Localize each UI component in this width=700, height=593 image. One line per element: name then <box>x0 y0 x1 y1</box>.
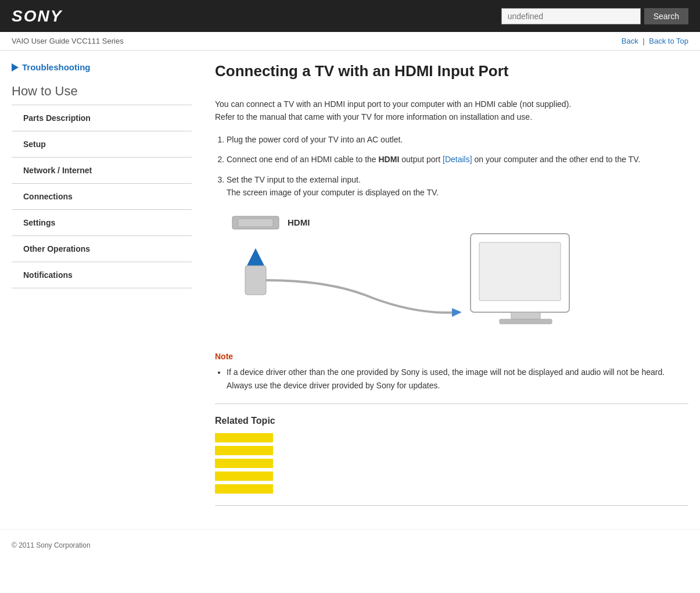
sidebar: Troubleshooting How to Use Parts Descrip… <box>12 62 192 517</box>
svg-rect-1 <box>238 219 273 227</box>
divider-1 <box>215 403 688 404</box>
troubleshooting-link[interactable]: Troubleshooting <box>12 62 192 72</box>
svg-rect-7 <box>479 242 561 301</box>
svg-rect-8 <box>511 312 540 319</box>
sidebar-item-notifications[interactable]: Notifications <box>12 262 192 288</box>
note-section: Note If a device driver other than the o… <box>215 352 688 392</box>
nav-links: Back | Back to Top <box>622 37 688 45</box>
sidebar-item-settings[interactable]: Settings <box>12 210 192 236</box>
footer: © 2011 Sony Corporation <box>0 529 700 561</box>
related-topic-title: Related Topic <box>215 416 688 426</box>
related-link-2[interactable] <box>215 446 273 455</box>
svg-marker-3 <box>247 248 264 266</box>
sidebar-item-other-operations[interactable]: Other Operations <box>12 236 192 262</box>
svg-text:HDMI: HDMI <box>288 217 310 227</box>
related-link-1[interactable] <box>215 433 273 442</box>
back-link[interactable]: Back <box>622 37 638 45</box>
hdmi-bold: HDMI <box>379 155 400 164</box>
hdmi-diagram-svg: HDMI <box>215 210 575 333</box>
copyright-text: © 2011 Sony Corporation <box>12 541 91 549</box>
search-input[interactable] <box>501 8 641 24</box>
back-to-top-link[interactable]: Back to Top <box>649 37 688 45</box>
step-2: Connect one end of an HDMI cable to the … <box>227 153 688 166</box>
intro-text: You can connect a TV with an HDMI input … <box>215 98 688 124</box>
sidebar-item-connections[interactable]: Connections <box>12 184 192 210</box>
search-area: Search <box>501 8 688 24</box>
sidebar-item-network-internet[interactable]: Network / Internet <box>12 158 192 184</box>
details-link[interactable]: [Details] <box>443 155 472 164</box>
divider-2 <box>215 505 688 506</box>
related-link-5[interactable] <box>215 484 273 494</box>
arrow-icon <box>12 63 19 72</box>
related-link-3[interactable] <box>215 459 273 468</box>
search-button[interactable]: Search <box>644 8 688 24</box>
main-content: Connecting a TV with an HDMI Input Port … <box>203 62 688 517</box>
sidebar-item-setup[interactable]: Setup <box>12 131 192 158</box>
sony-logo: SONY <box>12 7 62 26</box>
hdmi-diagram: HDMI <box>215 210 688 334</box>
sidebar-section-title: How to Use <box>12 84 192 105</box>
related-link-4[interactable] <box>215 471 273 481</box>
page-title: Connecting a TV with an HDMI Input Port <box>215 62 688 86</box>
svg-rect-9 <box>500 319 552 324</box>
note-label: Note <box>215 352 688 361</box>
step-3: Set the TV input to the external input. … <box>227 173 688 199</box>
related-links <box>215 433 688 494</box>
svg-rect-4 <box>245 266 266 295</box>
svg-marker-5 <box>452 308 462 317</box>
header: SONY Search <box>0 0 700 32</box>
subheader: VAIO User Guide VCC111 Series Back | Bac… <box>0 32 700 51</box>
step-1: Plug the power cord of your TV into an A… <box>227 133 688 146</box>
steps-list: Plug the power cord of your TV into an A… <box>227 133 688 199</box>
guide-title: VAIO User Guide VCC111 Series <box>12 37 124 45</box>
note-list: If a device driver other than the one pr… <box>227 366 688 392</box>
note-item-1: If a device driver other than the one pr… <box>227 366 688 392</box>
troubleshooting-label: Troubleshooting <box>22 62 91 72</box>
nav-separator: | <box>642 37 644 45</box>
sidebar-item-parts-description[interactable]: Parts Description <box>12 105 192 131</box>
related-topic-section: Related Topic <box>215 416 688 494</box>
main-layout: Troubleshooting How to Use Parts Descrip… <box>0 51 700 529</box>
